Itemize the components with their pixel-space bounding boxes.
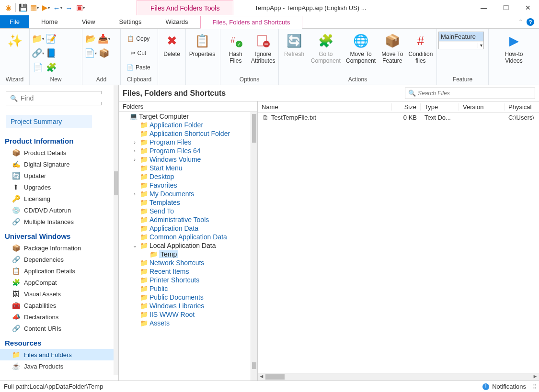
new-text-button[interactable]: 📝 (45, 33, 57, 45)
new-lib-button[interactable]: 🧩 (45, 61, 57, 74)
nav-item[interactable]: ✍Digital Signature (0, 158, 114, 170)
import-button[interactable]: 📥▾ (98, 33, 110, 45)
folders-tree[interactable]: 💻Target Computer📁Application Folder📁Appl… (119, 112, 257, 381)
tree-item[interactable]: 📁Application Data (119, 224, 257, 233)
tree-item[interactable]: 📁Temp (119, 250, 257, 258)
tree-item[interactable]: 📁Start Menu (119, 164, 257, 172)
nav-item[interactable]: 🔑Licensing (0, 193, 114, 204)
app-icon[interactable]: ◉ (3, 2, 13, 13)
hscroll-left-icon[interactable]: ◄ (258, 373, 265, 381)
tree-item[interactable]: 📁Assets (119, 319, 257, 327)
copy-button[interactable]: 📋 Copy (125, 33, 152, 45)
nav-item[interactable]: 📣Declarations (0, 311, 114, 323)
tree-item[interactable]: ›📁My Documents (119, 190, 257, 198)
nav-item[interactable]: 🔗Content URIs (0, 323, 114, 334)
tree-item[interactable]: 📁Application Folder (119, 121, 257, 129)
paste-button[interactable]: 📄 Paste (125, 61, 152, 74)
build-icon[interactable]: ▦▾ (29, 2, 40, 13)
tree-item[interactable]: ⌄📁Local Application Data (119, 241, 257, 250)
feature-dropdown-icon[interactable]: ▾ (478, 43, 482, 48)
close-button[interactable]: ✕ (517, 0, 539, 15)
add-temp-button[interactable]: 📦 (98, 47, 110, 59)
search-files-box[interactable]: 🔍 (405, 88, 535, 99)
tree-item[interactable]: 📁Desktop (119, 172, 257, 181)
tree-scroll-thumb-bottom[interactable] (252, 362, 256, 369)
condition-files-button[interactable]: #Condition files (407, 31, 435, 64)
issues-icon[interactable]: ▣▾ (75, 2, 86, 13)
tree-item[interactable]: 📁Public Documents (119, 293, 257, 302)
collapse-ribbon-icon[interactable]: ⌃ (518, 19, 523, 25)
notifications-label[interactable]: Notifications (492, 383, 526, 390)
resize-grip-icon[interactable]: ⣿ (533, 383, 535, 390)
move-to-component-button[interactable]: 🌐Move To Component (344, 31, 378, 64)
tree-item[interactable]: 📁Public (119, 284, 257, 293)
column-header[interactable]: Type (421, 103, 459, 111)
notifications-icon[interactable]: ! (482, 383, 489, 390)
tree-item[interactable]: 📁Administrative Tools (119, 215, 257, 224)
tree-item[interactable]: 📁Application Shortcut Folder (119, 129, 257, 138)
tree-item[interactable]: ›📁Program Files (119, 138, 257, 146)
tree-item[interactable]: 📁Network Shortcuts (119, 258, 257, 267)
tab-file[interactable]: File (0, 15, 29, 28)
tab-settings[interactable]: Settings (107, 15, 154, 28)
tab-view[interactable]: View (70, 15, 107, 28)
nav-item[interactable]: 🧩AppCompat (0, 277, 114, 288)
find-box[interactable]: 🔍 (6, 91, 102, 105)
tree-item[interactable]: ›📁Windows Volume (119, 155, 257, 164)
left-scrollbar[interactable] (114, 85, 118, 375)
nav-item[interactable]: 📦Package Information (0, 242, 114, 254)
ignore-attributes-button[interactable]: Ignore Attributes (250, 31, 277, 64)
tab-files-folders[interactable]: Files, Folders and Shortcuts (200, 16, 303, 29)
project-summary-button[interactable]: Project Summary (6, 115, 92, 128)
nav-item[interactable]: ☕Java Products (0, 360, 114, 372)
wizard-button[interactable]: ✨ (2, 31, 27, 49)
tree-item[interactable]: 📁Recent Items (119, 267, 257, 276)
tree-item[interactable]: 📁Favorites (119, 181, 257, 190)
delete-button[interactable]: ✖Delete (160, 31, 183, 57)
files-horizontal-scrollbar[interactable]: ◄ ► (258, 373, 539, 381)
tree-item[interactable]: ›📁Program Files 64 (119, 146, 257, 155)
howto-videos-button[interactable]: ▶How-to Videos (500, 31, 528, 64)
nav-item[interactable]: 🔗Dependencies (0, 254, 114, 265)
new-shortcut-button[interactable]: 🔗▾ (32, 47, 44, 59)
nav-item[interactable]: 📁Files and Folders (0, 349, 114, 360)
find-input[interactable] (21, 94, 104, 102)
left-scroll-thumb[interactable] (114, 171, 118, 195)
nav-item[interactable]: 🔗Multiple Instances (0, 216, 114, 227)
column-header[interactable]: Physical (505, 103, 533, 111)
tree-item[interactable]: 📁Send To (119, 207, 257, 215)
nav-item[interactable]: 🔄Updater (0, 170, 114, 181)
column-header[interactable]: Version (459, 103, 505, 111)
file-row[interactable]: 🗎TestTempFile.txt0 KBText Do...C:\Users\ (258, 113, 539, 122)
new-xml-button[interactable]: 📘 (45, 47, 57, 59)
run-icon[interactable]: ▶▾ (41, 2, 51, 13)
nav-item[interactable]: 🧰Capabilities (0, 300, 114, 311)
add-files-button[interactable]: 📄▾ (84, 47, 97, 59)
tab-home[interactable]: Home (29, 15, 70, 28)
nav-item[interactable]: 📦Product Details (0, 147, 114, 158)
hscroll-right-icon[interactable]: ► (531, 373, 539, 381)
properties-button[interactable]: 📋Properties (188, 31, 217, 57)
files-list[interactable]: 🗎TestTempFile.txt0 KBText Do...C:\Users\ (258, 113, 539, 373)
hash-files-button[interactable]: #✓Hash Files (222, 31, 249, 64)
move-to-feature-button[interactable]: 📦Move To Feature (379, 31, 406, 64)
goto-component-button[interactable]: 🧩Go to Component (309, 31, 343, 64)
cut-button[interactable]: ✂ Cut (125, 47, 152, 59)
tree-root[interactable]: 💻Target Computer (119, 112, 257, 121)
refresh-button[interactable]: 🔄Refresh (281, 31, 308, 57)
search-files-input[interactable] (418, 90, 532, 97)
save-icon[interactable]: 💾 (18, 2, 28, 13)
maximize-button[interactable]: ☐ (495, 0, 517, 15)
files-columns-header[interactable]: NameSizeTypeVersionPhysical (258, 101, 539, 113)
hscroll-thumb[interactable] (265, 374, 285, 380)
minimize-button[interactable]: — (473, 0, 495, 15)
tree-item[interactable]: 📁IIS WWW Root (119, 310, 257, 319)
tab-wizards[interactable]: Wizards (154, 15, 200, 28)
help-icon[interactable]: ? (527, 18, 534, 26)
tree-item[interactable]: 📁Windows Libraries (119, 302, 257, 310)
tree-item[interactable]: 📁Printer Shortcuts (119, 276, 257, 284)
tree-scroll-thumb-top[interactable] (252, 114, 256, 143)
column-header[interactable]: Name (258, 103, 392, 111)
column-header[interactable]: Size (392, 103, 421, 111)
tree-item[interactable]: 📁Common Application Data (119, 233, 257, 241)
